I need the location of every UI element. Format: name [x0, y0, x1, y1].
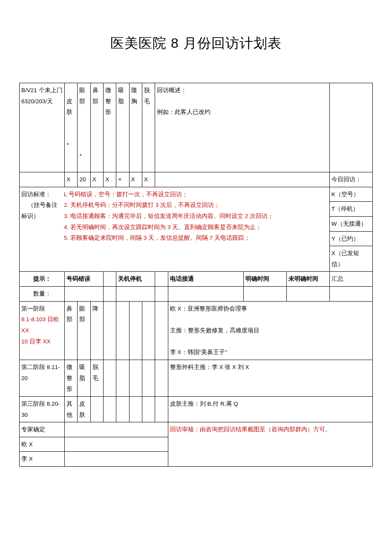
legend-y: Y（已约） — [329, 231, 372, 246]
stage1-e4 — [142, 301, 155, 360]
stage3-e4 — [142, 396, 155, 422]
expert-li: 李 X — [20, 452, 65, 467]
expert-ou-mid — [65, 437, 168, 452]
hdr-ok: 电话接通 — [168, 272, 243, 287]
page-title: 医美医院 8 月份回访计划表 — [19, 34, 373, 53]
stage1-e3 — [129, 301, 142, 360]
cell-skin: 皮肤* — [65, 83, 78, 172]
stage1-desc: 欧 X：亚洲整形医师协会理事 主推：整形失败修复，高难度项目 李 X：韩国"美鼻… — [168, 301, 372, 360]
expert-label: 专家确定 — [20, 422, 65, 437]
expert-li-mid — [65, 452, 168, 467]
stage2-desc: 整形外科主推：李 X 张 X 刘 X — [168, 360, 372, 396]
stage2-e4 — [142, 360, 155, 396]
expert-mid — [65, 422, 168, 437]
cell-x-rest — [155, 172, 329, 187]
stage1-c1: 鼻部 — [65, 301, 78, 360]
stage3-e5 — [155, 396, 168, 422]
stage3-e1 — [104, 396, 116, 422]
stage2-c1: 微整形 — [65, 360, 78, 396]
cell-x7: X — [142, 172, 155, 187]
stage3-c1: 其他 — [65, 396, 78, 422]
expert-ou: 欧 X — [20, 437, 65, 452]
cell-standards: 回访标准： （挂号备注 标识） L 号码错误，空号：拨打一次，不再设立回访； 2… — [20, 187, 330, 272]
legend-w: W（无接通） — [329, 216, 372, 231]
stage1-label: 第一阶段 8.1-8.103 日欧 XX 10 日李 XX — [20, 301, 65, 360]
cell-x5: × — [116, 172, 129, 187]
stage3-e0 — [90, 396, 103, 422]
cell-desc: 回访概述： 例如：此客人已改约 — [155, 83, 329, 172]
stage2-c2: 吸脂 — [78, 360, 90, 396]
qty-2 — [104, 287, 116, 302]
stage3-label: 第三阶段 8.20- 30 — [20, 396, 65, 422]
stage1-e1 — [104, 301, 116, 360]
legend-t: T（停机） — [329, 202, 372, 217]
cell-x1: X — [65, 172, 78, 187]
expert-audit: 回访审核：由咨询把回访结果截图至（咨询内部群内）方可。 — [168, 422, 372, 467]
cell-x3: X — [90, 172, 103, 187]
cell-breast: 隆胸 — [129, 83, 142, 172]
legend-x: X（已发短信） — [329, 246, 372, 272]
cell-bv: B/V21 个未上门 6320/203/天 — [20, 83, 65, 172]
hdr-clear: 明确时间 — [243, 272, 286, 287]
hdr-off: 关机停机 — [116, 272, 155, 287]
cell-lipo: 吸脂 — [116, 83, 129, 172]
stage3-desc: 皮肤主推：刘 B,付 R,蒋 Q — [168, 396, 372, 422]
hdr-tip: 提示： — [20, 272, 65, 287]
stage1-c2: 眼部 — [78, 301, 90, 360]
plan-table: B/V21 个未上门 6320/203/天 皮肤* 眼部* 鼻部 微整形 吸脂 … — [19, 83, 373, 467]
cell-x4: X — [104, 172, 116, 187]
stage1-c3: 降 — [90, 301, 103, 360]
qty-4 — [155, 287, 168, 302]
cell-eye: 眼部* — [78, 83, 90, 172]
hdr-empty2 — [155, 272, 168, 287]
stage2-e2 — [116, 360, 129, 396]
qty-3 — [116, 287, 155, 302]
stage2-c3: 脱毛 — [90, 360, 103, 396]
stage3-c2: 皮肤 — [78, 396, 90, 422]
hdr-empty1 — [104, 272, 116, 287]
stage3-e2 — [116, 396, 129, 422]
stage1-e2 — [116, 301, 129, 360]
legend-k: K（空号） — [329, 187, 372, 202]
qty-6 — [243, 287, 286, 302]
stage2-e3 — [129, 360, 142, 396]
stage2-label: 第二阶段 8.11- 20 — [20, 360, 65, 396]
cell-x-row-label — [20, 172, 65, 187]
stage3-e3 — [129, 396, 142, 422]
qty-1 — [65, 287, 104, 302]
stage2-e5 — [155, 360, 168, 396]
cell-empty-r1 — [329, 83, 372, 172]
stage1-e5 — [155, 301, 168, 360]
qty-5 — [168, 287, 243, 302]
hdr-sum: 汇总 — [329, 272, 372, 287]
qty-label: 数量： — [20, 287, 65, 302]
qty-7 — [286, 287, 329, 302]
cell-hair: 脱毛 — [142, 83, 155, 172]
cell-today-label: 今日回访： — [329, 172, 372, 187]
cell-nose: 鼻部 — [90, 83, 103, 172]
stage2-e1 — [104, 360, 116, 396]
hdr-unclear: 未明确时间 — [286, 272, 329, 287]
hdr-wrong: 号码错误 — [65, 272, 104, 287]
qty-8 — [329, 287, 372, 302]
cell-x2: 20 — [78, 172, 90, 187]
cell-x6: X — [129, 172, 142, 187]
cell-micro: 微整形 — [104, 83, 116, 172]
